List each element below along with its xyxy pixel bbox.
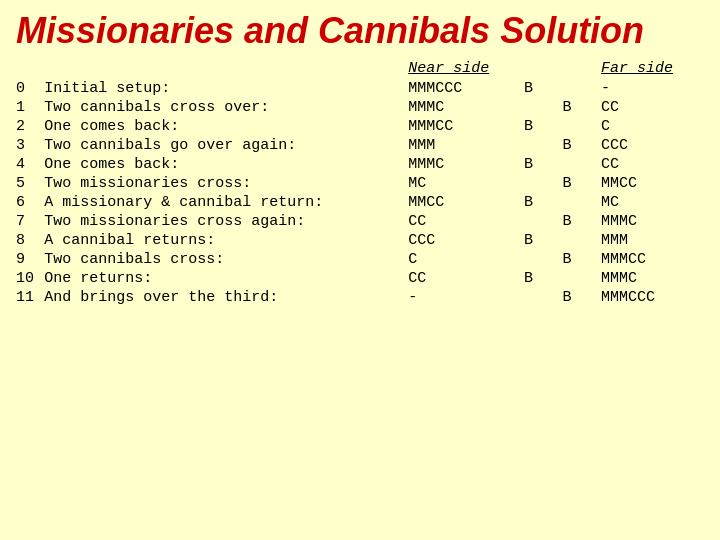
far-state: MMM bbox=[601, 231, 704, 250]
near-b-header bbox=[524, 60, 563, 79]
far-boat bbox=[563, 79, 602, 98]
near-boat: B bbox=[524, 117, 563, 136]
table-row: 2 One comes back: MMMCC B C bbox=[16, 117, 704, 136]
step-number: 6 bbox=[16, 193, 44, 212]
solution-rows: 0 Initial setup: MMMCCC B - 1 Two cannib… bbox=[16, 79, 704, 307]
far-state: CC bbox=[601, 155, 704, 174]
far-boat bbox=[563, 269, 602, 288]
far-state: C bbox=[601, 117, 704, 136]
near-boat: B bbox=[524, 269, 563, 288]
near-state: C bbox=[408, 250, 524, 269]
step-description: Two cannibals cross: bbox=[44, 250, 408, 269]
near-state: MMMC bbox=[408, 98, 524, 117]
far-state: CCC bbox=[601, 136, 704, 155]
table-row: 4 One comes back: MMMC B CC bbox=[16, 155, 704, 174]
far-boat bbox=[563, 231, 602, 250]
near-boat: B bbox=[524, 193, 563, 212]
near-boat bbox=[524, 250, 563, 269]
main-content: Near side Far side 0 Initial setup: MMMC… bbox=[0, 58, 720, 307]
near-state: MMMCC bbox=[408, 117, 524, 136]
step-number: 4 bbox=[16, 155, 44, 174]
near-boat: B bbox=[524, 231, 563, 250]
far-state: MMMCC bbox=[601, 250, 704, 269]
step-number: 1 bbox=[16, 98, 44, 117]
table-row: 6 A missionary & cannibal return: MMCC B… bbox=[16, 193, 704, 212]
table-row: 11 And brings over the third: - B MMMCCC bbox=[16, 288, 704, 307]
step-number: 2 bbox=[16, 117, 44, 136]
far-boat: B bbox=[563, 98, 602, 117]
near-state: MMMCCC bbox=[408, 79, 524, 98]
far-state: MMMC bbox=[601, 269, 704, 288]
near-state: CC bbox=[408, 212, 524, 231]
near-state: MMM bbox=[408, 136, 524, 155]
step-description: Two cannibals go over again: bbox=[44, 136, 408, 155]
page-title: Missionaries and Cannibals Solution bbox=[0, 0, 720, 58]
near-state: CCC bbox=[408, 231, 524, 250]
near-boat bbox=[524, 174, 563, 193]
far-boat: B bbox=[563, 288, 602, 307]
table-row: 7 Two missionaries cross again: CC B MMM… bbox=[16, 212, 704, 231]
step-description: Initial setup: bbox=[44, 79, 408, 98]
step-number: 11 bbox=[16, 288, 44, 307]
solution-table: Near side Far side 0 Initial setup: MMMC… bbox=[16, 60, 704, 307]
far-state: MMCC bbox=[601, 174, 704, 193]
near-state: - bbox=[408, 288, 524, 307]
near-state: CC bbox=[408, 269, 524, 288]
near-boat bbox=[524, 98, 563, 117]
near-state: MMCC bbox=[408, 193, 524, 212]
step-number: 7 bbox=[16, 212, 44, 231]
table-row: 1 Two cannibals cross over: MMMC B CC bbox=[16, 98, 704, 117]
far-boat: B bbox=[563, 174, 602, 193]
table-row: 10 One returns: CC B MMMC bbox=[16, 269, 704, 288]
step-description: A missionary & cannibal return: bbox=[44, 193, 408, 212]
far-boat bbox=[563, 155, 602, 174]
step-description: And brings over the third: bbox=[44, 288, 408, 307]
step-description: A cannibal returns: bbox=[44, 231, 408, 250]
near-state: MC bbox=[408, 174, 524, 193]
far-state: MC bbox=[601, 193, 704, 212]
step-number: 3 bbox=[16, 136, 44, 155]
far-b-header bbox=[563, 60, 602, 79]
column-header-row: Near side Far side bbox=[16, 60, 704, 79]
step-number: 9 bbox=[16, 250, 44, 269]
far-boat: B bbox=[563, 136, 602, 155]
step-description: One returns: bbox=[44, 269, 408, 288]
near-boat bbox=[524, 212, 563, 231]
far-side-header: Far side bbox=[601, 60, 704, 79]
step-number: 0 bbox=[16, 79, 44, 98]
near-side-header: Near side bbox=[408, 60, 524, 79]
table-row: 9 Two cannibals cross: C B MMMCC bbox=[16, 250, 704, 269]
step-number: 8 bbox=[16, 231, 44, 250]
step-description: Two missionaries cross again: bbox=[44, 212, 408, 231]
far-boat bbox=[563, 193, 602, 212]
far-boat bbox=[563, 117, 602, 136]
step-header bbox=[16, 60, 408, 79]
step-number: 5 bbox=[16, 174, 44, 193]
step-description: One comes back: bbox=[44, 117, 408, 136]
far-state: - bbox=[601, 79, 704, 98]
near-state: MMMC bbox=[408, 155, 524, 174]
near-boat bbox=[524, 136, 563, 155]
step-description: One comes back: bbox=[44, 155, 408, 174]
step-number: 10 bbox=[16, 269, 44, 288]
far-boat: B bbox=[563, 212, 602, 231]
table-row: 3 Two cannibals go over again: MMM B CCC bbox=[16, 136, 704, 155]
table-row: 5 Two missionaries cross: MC B MMCC bbox=[16, 174, 704, 193]
far-state: MMMC bbox=[601, 212, 704, 231]
far-state: MMMCCC bbox=[601, 288, 704, 307]
far-state: CC bbox=[601, 98, 704, 117]
table-row: 0 Initial setup: MMMCCC B - bbox=[16, 79, 704, 98]
near-boat: B bbox=[524, 155, 563, 174]
far-boat: B bbox=[563, 250, 602, 269]
step-description: Two missionaries cross: bbox=[44, 174, 408, 193]
table-row: 8 A cannibal returns: CCC B MMM bbox=[16, 231, 704, 250]
near-boat: B bbox=[524, 79, 563, 98]
step-description: Two cannibals cross over: bbox=[44, 98, 408, 117]
near-boat bbox=[524, 288, 563, 307]
